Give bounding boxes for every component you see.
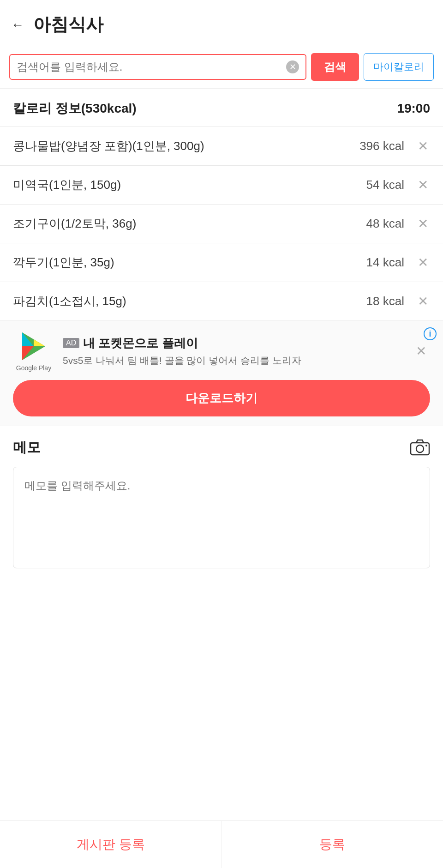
food-name: 미역국(1인분, 150g) <box>13 177 366 193</box>
food-item: 깍두기(1인분, 35g) 14 kcal ✕ <box>0 243 443 282</box>
memo-title: 메모 <box>13 438 41 457</box>
ad-label-row: AD 내 포켓몬으로 플레이 <box>63 335 404 351</box>
ad-content: Google Play AD 내 포켓몬으로 플레이 5vs5로 나눠서 팀 배… <box>13 330 430 372</box>
food-item: 미역국(1인분, 150g) 54 kcal ✕ <box>0 165 443 204</box>
search-bar: ✕ 검색 마이칼로리 <box>0 46 443 89</box>
food-kcal: 14 kcal <box>366 255 404 270</box>
food-remove-button[interactable]: ✕ <box>415 255 430 270</box>
clear-icon[interactable]: ✕ <box>286 60 299 73</box>
svg-point-6 <box>425 445 427 446</box>
search-input-wrapper: ✕ <box>9 54 306 80</box>
google-play-icon <box>18 330 50 362</box>
bottom-buttons: 게시판 등록 등록 <box>0 820 443 868</box>
register-button[interactable]: 등록 <box>222 821 443 868</box>
memo-input[interactable] <box>13 467 430 568</box>
search-input[interactable] <box>17 60 286 73</box>
food-name: 파김치(1소접시, 15g) <box>13 293 366 309</box>
google-play-text: Google Play <box>16 364 51 372</box>
svg-marker-3 <box>34 339 45 346</box>
memo-section: 메모 <box>0 426 443 570</box>
food-name: 콩나물밥(양념장 포함)(1인분, 300g) <box>13 138 359 154</box>
ad-description: 5vs5로 나눠서 팀 배틀! 골을 많이 넣어서 승리를 노리자 <box>63 354 404 367</box>
google-play-logo: Google Play <box>13 330 54 372</box>
svg-point-5 <box>416 445 424 452</box>
board-register-button[interactable]: 게시판 등록 <box>0 821 222 868</box>
ad-close-button[interactable]: ✕ <box>412 340 430 362</box>
my-calorie-button[interactable]: 마이칼로리 <box>364 53 434 81</box>
search-button[interactable]: 검색 <box>311 53 359 81</box>
food-kcal: 48 kcal <box>366 217 404 231</box>
food-name: 조기구이(1/2토막, 36g) <box>13 216 366 232</box>
food-remove-button[interactable]: ✕ <box>415 294 430 309</box>
download-button[interactable]: 다운로드하기 <box>13 380 430 416</box>
food-name: 깍두기(1인분, 35g) <box>13 254 366 271</box>
calorie-header: 칼로리 정보(530kcal) 19:00 <box>0 89 443 127</box>
back-button[interactable]: ← <box>11 18 24 32</box>
memo-header: 메모 <box>13 437 430 458</box>
ad-banner: i Google Play AD 내 포켓몬으로 플레이 <box>0 320 443 426</box>
ad-title: 내 포켓몬으로 플레이 <box>83 335 198 351</box>
calorie-title: 칼로리 정보(530kcal) <box>13 100 137 117</box>
ad-text-block: AD 내 포켓몬으로 플레이 5vs5로 나눠서 팀 배틀! 골을 많이 넣어서… <box>63 335 404 367</box>
food-list: 콩나물밥(양념장 포함)(1인분, 300g) 396 kcal ✕ 미역국(1… <box>0 127 443 320</box>
food-remove-button[interactable]: ✕ <box>415 139 430 154</box>
ad-info-icon[interactable]: i <box>424 327 437 340</box>
food-item: 파김치(1소접시, 15g) 18 kcal ✕ <box>0 282 443 320</box>
food-kcal: 396 kcal <box>359 139 404 153</box>
food-item: 콩나물밥(양념장 포함)(1인분, 300g) 396 kcal ✕ <box>0 127 443 165</box>
page-title: 아침식사 <box>33 13 103 36</box>
ad-badge: AD <box>63 338 79 348</box>
header: ← 아침식사 <box>0 0 443 46</box>
food-item: 조기구이(1/2토막, 36g) 48 kcal ✕ <box>0 204 443 243</box>
food-remove-button[interactable]: ✕ <box>415 216 430 231</box>
camera-icon[interactable] <box>410 437 430 458</box>
food-kcal: 54 kcal <box>366 178 404 192</box>
food-remove-button[interactable]: ✕ <box>415 177 430 193</box>
food-kcal: 18 kcal <box>366 294 404 308</box>
calorie-time: 19:00 <box>397 101 430 116</box>
